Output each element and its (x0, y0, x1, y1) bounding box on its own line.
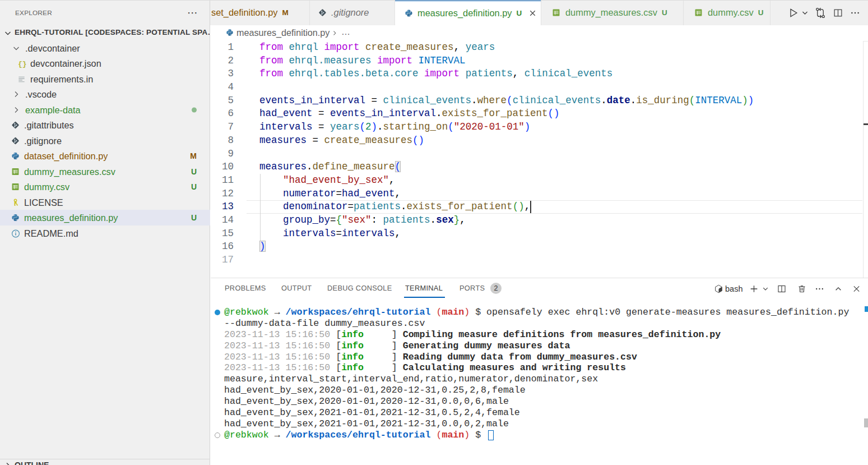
svg-text:{}: {} (18, 60, 26, 68)
